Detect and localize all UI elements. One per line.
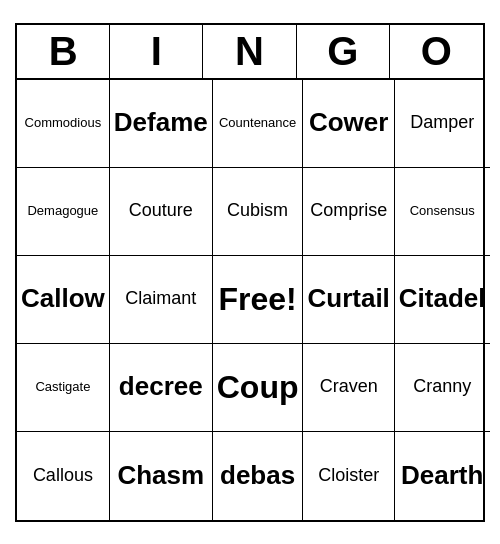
cell-text: Cranny bbox=[413, 376, 471, 398]
cell-text: Countenance bbox=[219, 115, 296, 131]
cell-text: Free! bbox=[218, 280, 296, 318]
bingo-cell: Couture bbox=[110, 168, 213, 256]
header-letter: N bbox=[203, 25, 296, 78]
bingo-cell: Damper bbox=[395, 80, 490, 168]
cell-text: debas bbox=[220, 460, 295, 491]
bingo-header: BINGO bbox=[17, 25, 483, 80]
bingo-cell: Curtail bbox=[303, 256, 394, 344]
cell-text: Citadel bbox=[399, 283, 486, 314]
bingo-cell: Free! bbox=[213, 256, 304, 344]
bingo-cell: Coup bbox=[213, 344, 304, 432]
bingo-cell: Commodious bbox=[17, 80, 110, 168]
bingo-cell: Demagogue bbox=[17, 168, 110, 256]
bingo-cell: debas bbox=[213, 432, 304, 520]
cell-text: Cubism bbox=[227, 200, 288, 222]
header-letter: O bbox=[390, 25, 483, 78]
cell-text: Craven bbox=[320, 376, 378, 398]
cell-text: Comprise bbox=[310, 200, 387, 222]
header-letter: B bbox=[17, 25, 110, 78]
cell-text: Couture bbox=[129, 200, 193, 222]
cell-text: Cloister bbox=[318, 465, 379, 487]
bingo-cell: decree bbox=[110, 344, 213, 432]
bingo-grid: CommodiousDefameCountenanceCowerDamperDe… bbox=[17, 80, 483, 520]
cell-text: Damper bbox=[410, 112, 474, 134]
header-letter: I bbox=[110, 25, 203, 78]
cell-text: decree bbox=[119, 371, 203, 402]
bingo-cell: Citadel bbox=[395, 256, 490, 344]
cell-text: Callous bbox=[33, 465, 93, 487]
bingo-cell: Cranny bbox=[395, 344, 490, 432]
bingo-cell: Cower bbox=[303, 80, 394, 168]
bingo-cell: Cloister bbox=[303, 432, 394, 520]
cell-text: Dearth bbox=[401, 460, 483, 491]
cell-text: Castigate bbox=[35, 379, 90, 395]
cell-text: Coup bbox=[217, 368, 299, 406]
cell-text: Commodious bbox=[25, 115, 102, 131]
bingo-cell: Dearth bbox=[395, 432, 490, 520]
bingo-cell: Cubism bbox=[213, 168, 304, 256]
cell-text: Curtail bbox=[307, 283, 389, 314]
cell-text: Claimant bbox=[125, 288, 196, 310]
cell-text: Demagogue bbox=[27, 203, 98, 219]
bingo-cell: Craven bbox=[303, 344, 394, 432]
cell-text: Callow bbox=[21, 283, 105, 314]
bingo-cell: Countenance bbox=[213, 80, 304, 168]
cell-text: Chasm bbox=[117, 460, 204, 491]
cell-text: Consensus bbox=[410, 203, 475, 219]
bingo-cell: Claimant bbox=[110, 256, 213, 344]
bingo-cell: Chasm bbox=[110, 432, 213, 520]
bingo-card: BINGO CommodiousDefameCountenanceCowerDa… bbox=[15, 23, 485, 522]
cell-text: Cower bbox=[309, 107, 388, 138]
bingo-cell: Comprise bbox=[303, 168, 394, 256]
cell-text: Defame bbox=[114, 107, 208, 138]
bingo-cell: Castigate bbox=[17, 344, 110, 432]
bingo-cell: Callow bbox=[17, 256, 110, 344]
header-letter: G bbox=[297, 25, 390, 78]
bingo-cell: Consensus bbox=[395, 168, 490, 256]
bingo-cell: Callous bbox=[17, 432, 110, 520]
bingo-cell: Defame bbox=[110, 80, 213, 168]
